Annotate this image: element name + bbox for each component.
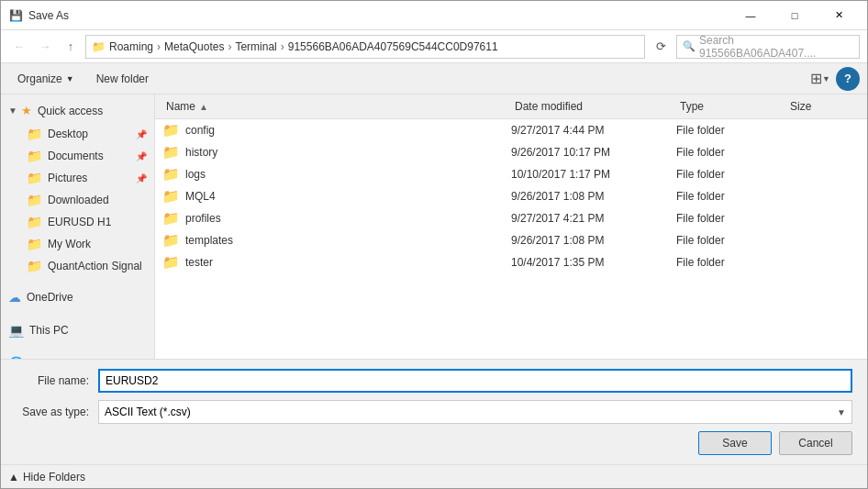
address-path[interactable]: 📁 Roaming › MetaQuotes › Terminal › 9155…: [85, 35, 645, 59]
organize-button[interactable]: Organize ▼: [8, 67, 83, 91]
forward-button[interactable]: →: [34, 36, 56, 58]
file-name-cell: 📁 templates: [162, 232, 511, 249]
path-metaquotes: MetaQuotes: [164, 40, 224, 53]
help-icon: ?: [844, 72, 851, 85]
filetype-select[interactable]: ASCII Text (*.csv) ▼: [98, 400, 852, 424]
quantaction-folder-icon: 📁: [27, 259, 42, 273]
sidebar-item-desktop-label: Desktop: [48, 128, 88, 140]
sidebar-item-pictures-label: Pictures: [48, 172, 87, 184]
quick-access-label: Quick access: [38, 105, 103, 117]
pictures-folder-icon: 📁: [27, 171, 42, 185]
file-date-cell: 10/10/2017 1:17 PM: [511, 168, 676, 181]
folder-icon: 📁: [162, 166, 180, 183]
onedrive-label: OneDrive: [27, 291, 73, 304]
minimize-button[interactable]: —: [729, 1, 772, 30]
file-date-cell: 9/26/2017 1:08 PM: [511, 234, 676, 247]
sidebar-item-network[interactable]: 🌐 Network: [1, 350, 154, 359]
new-folder-button[interactable]: New folder: [87, 67, 158, 91]
file-name-text: logs: [185, 168, 206, 181]
table-row[interactable]: 📁 MQL4 9/26/2017 1:08 PM File folder: [155, 185, 867, 207]
table-row[interactable]: 📁 config 9/27/2017 4:44 PM File folder: [155, 119, 867, 141]
content-area: ▼ ★ Quick access 📁 Desktop 📌 📁 Documents…: [1, 94, 867, 359]
help-button[interactable]: ?: [836, 67, 860, 91]
view-button[interactable]: ⊞ ▼: [808, 67, 832, 91]
filename-input[interactable]: [98, 369, 852, 393]
sidebar-item-thispc[interactable]: 💻 This PC: [1, 317, 154, 343]
file-type-cell: File folder: [676, 168, 786, 181]
view-icon: ⊞: [810, 70, 822, 87]
col-header-size[interactable]: Size: [786, 98, 860, 115]
table-row[interactable]: 📁 logs 10/10/2017 1:17 PM File folder: [155, 163, 867, 185]
file-name-cell: 📁 logs: [162, 166, 511, 183]
col-header-date[interactable]: Date modified: [511, 98, 676, 115]
table-row[interactable]: 📁 profiles 9/27/2017 4:21 PM File folder: [155, 207, 867, 229]
downloaded-folder-icon: 📁: [27, 193, 42, 207]
sidebar-item-desktop[interactable]: 📁 Desktop 📌: [1, 123, 154, 145]
folder-icon: 📁: [162, 254, 180, 271]
file-type-cell: File folder: [676, 212, 786, 225]
file-name-cell: 📁 profiles: [162, 210, 511, 227]
file-name-cell: 📁 MQL4: [162, 188, 511, 205]
mywork-folder-icon: 📁: [27, 237, 42, 251]
sidebar-item-downloaded[interactable]: 📁 Downloaded: [1, 189, 154, 211]
quick-access-star-icon: ★: [21, 104, 32, 117]
bottom-panel: File name: Save as type: ASCII Text (*.c…: [1, 359, 867, 464]
file-name-text: tester: [185, 256, 213, 269]
file-name-text: MQL4: [185, 190, 216, 203]
cancel-button[interactable]: Cancel: [779, 431, 852, 455]
button-row: Save Cancel: [16, 431, 852, 455]
file-list-area: Name ▲ Date modified Type Size 📁 config: [155, 94, 867, 359]
eurusdh1-folder-icon: 📁: [27, 215, 42, 229]
folder-icon: 📁: [162, 188, 180, 205]
sidebar-item-eurusdh1-label: EURUSD H1: [48, 216, 111, 228]
sidebar-item-documents[interactable]: 📁 Documents 📌: [1, 145, 154, 167]
table-row[interactable]: 📁 history 9/26/2017 10:17 PM File folder: [155, 141, 867, 163]
back-button[interactable]: ←: [8, 36, 30, 58]
pin-icon-2: 📌: [136, 151, 147, 161]
title-bar: 💾 Save As — □ ✕: [1, 1, 867, 30]
pin-icon-3: 📌: [136, 173, 147, 183]
folder-icon: 📁: [162, 122, 180, 139]
sidebar-separator-1: [1, 277, 154, 284]
path-roaming: Roaming: [109, 40, 153, 53]
sidebar-item-onedrive[interactable]: ☁ OneDrive: [1, 284, 154, 310]
window-icon: 💾: [8, 8, 23, 23]
filetype-label: Save as type:: [16, 406, 98, 418]
close-button[interactable]: ✕: [818, 1, 860, 30]
sidebar: ▼ ★ Quick access 📁 Desktop 📌 📁 Documents…: [1, 94, 155, 359]
sidebar-item-mywork-label: My Work: [48, 238, 91, 250]
filename-label: File name:: [16, 374, 98, 387]
sidebar-item-mywork[interactable]: 📁 My Work: [1, 233, 154, 255]
file-type-cell: File folder: [676, 124, 786, 137]
toolbar: Organize ▼ New folder ⊞ ▼ ?: [1, 63, 867, 94]
col-header-type[interactable]: Type: [676, 98, 786, 115]
pin-icon: 📌: [136, 129, 147, 139]
filename-row: File name:: [16, 369, 852, 393]
col-header-name[interactable]: Name ▲: [162, 98, 511, 115]
search-box[interactable]: 🔍 Search 915566BA06ADA407....: [676, 35, 860, 59]
title-bar-controls: — □ ✕: [729, 1, 860, 30]
up-button[interactable]: ↑: [60, 36, 82, 58]
maximize-button[interactable]: □: [773, 1, 816, 30]
sidebar-item-eurusdh1[interactable]: 📁 EURUSD H1: [1, 211, 154, 233]
hide-folders-label: Hide Folders: [23, 471, 85, 483]
table-row[interactable]: 📁 templates 9/26/2017 1:08 PM File folde…: [155, 229, 867, 251]
file-name-text: history: [185, 146, 217, 159]
folder-icon: 📁: [162, 144, 180, 161]
organize-chevron-icon: ▼: [66, 74, 74, 83]
new-folder-label: New folder: [96, 72, 149, 85]
sidebar-item-quantaction[interactable]: 📁 QuantAction Signal: [1, 255, 154, 277]
sidebar-item-pictures[interactable]: 📁 Pictures 📌: [1, 167, 154, 189]
hide-folders-bar[interactable]: ▲ Hide Folders: [1, 464, 867, 488]
file-name-text: templates: [185, 234, 233, 247]
refresh-button[interactable]: ⟳: [649, 35, 673, 59]
file-list-header: Name ▲ Date modified Type Size: [155, 94, 867, 119]
quick-access-header[interactable]: ▼ ★ Quick access: [1, 98, 154, 123]
documents-folder-icon: 📁: [27, 149, 42, 163]
sidebar-separator-3: [1, 343, 154, 350]
table-row[interactable]: 📁 tester 10/4/2017 1:35 PM File folder: [155, 251, 867, 273]
save-button[interactable]: Save: [698, 431, 772, 455]
file-name-text: profiles: [185, 212, 221, 225]
file-name-text: config: [185, 124, 215, 137]
hide-folders-chevron-icon: ▲: [8, 471, 19, 483]
